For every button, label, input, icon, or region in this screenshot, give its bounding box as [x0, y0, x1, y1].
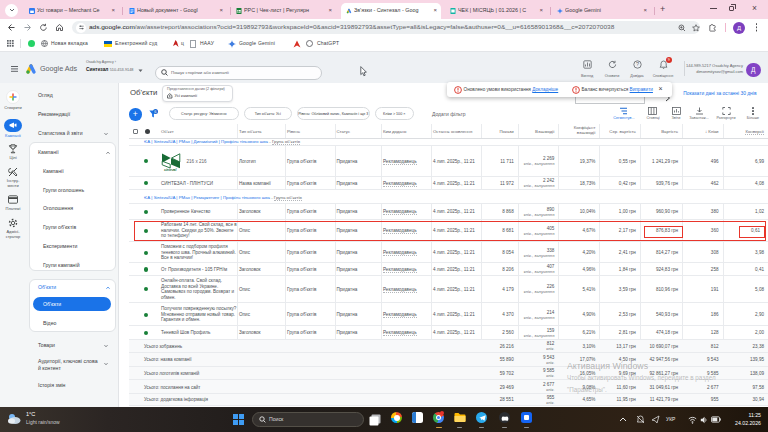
svg-text:?: ?	[636, 61, 639, 67]
svg-text:sintezal: sintezal	[164, 168, 176, 172]
